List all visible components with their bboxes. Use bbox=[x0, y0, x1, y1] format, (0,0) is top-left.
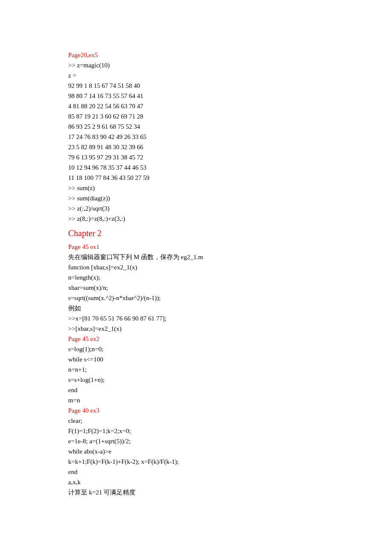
chapter-heading: Chapter 2 bbox=[68, 226, 324, 240]
code-line: end bbox=[68, 467, 324, 477]
code-line: s=s+log(1+n); bbox=[68, 375, 324, 385]
code-line: 17 24 76 83 90 42 49 26 33 65 bbox=[68, 132, 324, 142]
code-line: 4 81 88 20 22 54 56 63 70 47 bbox=[68, 101, 324, 111]
code-line: m=n bbox=[68, 395, 324, 405]
code-line: F(1)=1;F(2)=1;k=2;x=0; bbox=[68, 426, 324, 436]
code-line: function [xbar,s]=ex2_1(x) bbox=[68, 262, 324, 272]
code-line: n=length(x); bbox=[68, 272, 324, 283]
section-heading-p40ex3: Page 40 ex3 bbox=[68, 405, 324, 416]
code-line: 先在编辑器窗口写下列 M 函数，保存为 eg2_1.m bbox=[68, 252, 324, 262]
code-line: 23 5 82 89 91 48 30 32 39 66 bbox=[68, 142, 324, 152]
code-line: a,x,k bbox=[68, 477, 324, 487]
code-line: clear; bbox=[68, 416, 324, 426]
code-line: >>[xbar,s]=ex2_1(x) bbox=[68, 324, 324, 334]
section-heading-p45ex2: Page 45 ex2 bbox=[68, 334, 324, 344]
code-line: 11 18 100 77 84 36 43 50 27 59 bbox=[68, 173, 324, 183]
code-line: s=sqrt((sum(x.^2)-n*xbar^2)/(n-1)); bbox=[68, 293, 324, 303]
code-line: k=k+1;F(k)=F(k-1)+F(k-2); x=F(k)/F(k-1); bbox=[68, 457, 324, 467]
code-line: 98 80 7 14 16 73 55 57 64 41 bbox=[68, 91, 324, 101]
section-heading-p45ex1: Page 45 ex1 bbox=[68, 242, 324, 252]
code-line: 79 6 13 95 97 29 31 38 45 72 bbox=[68, 152, 324, 162]
code-line: z = bbox=[68, 70, 324, 81]
code-line: xbar=sum(x)/n; bbox=[68, 283, 324, 293]
code-line: 10 12 94 96 78 35 37 44 46 53 bbox=[68, 162, 324, 173]
code-line: while abs(x-a)>e bbox=[68, 446, 324, 457]
code-line: >> z=magic(10) bbox=[68, 60, 324, 70]
code-line: while s<=100 bbox=[68, 354, 324, 364]
code-line: 85 87 19 21 3 60 62 69 71 28 bbox=[68, 111, 324, 121]
code-line: 例如 bbox=[68, 303, 324, 313]
section-heading-ex5: Page20,ex5 bbox=[68, 50, 324, 60]
code-line: >> sum(diag(z)) bbox=[68, 193, 324, 203]
code-line: 86 93 25 2 9 61 68 75 52 34 bbox=[68, 121, 324, 132]
document-page: Page20,ex5 >> z=magic(10) z = 92 99 1 8 … bbox=[0, 0, 392, 555]
code-line: e=1e-8; a=(1+sqrt(5))/2; bbox=[68, 436, 324, 446]
code-line: 计算至 k=21 可满足精度 bbox=[68, 487, 324, 497]
code-line: >> z(:,2)/sqrt(3) bbox=[68, 203, 324, 214]
code-line: s=log(1);n=0; bbox=[68, 344, 324, 354]
code-line: >>x=[81 70 65 51 76 66 90 87 61 77]; bbox=[68, 313, 324, 324]
code-line: >> sum(z) bbox=[68, 183, 324, 193]
code-line: >> z(8,:)=z(8,:)+z(3,:) bbox=[68, 214, 324, 224]
code-line: n=n+1; bbox=[68, 364, 324, 375]
code-line: 92 99 1 8 15 67 74 51 58 40 bbox=[68, 81, 324, 91]
code-line: end bbox=[68, 385, 324, 395]
